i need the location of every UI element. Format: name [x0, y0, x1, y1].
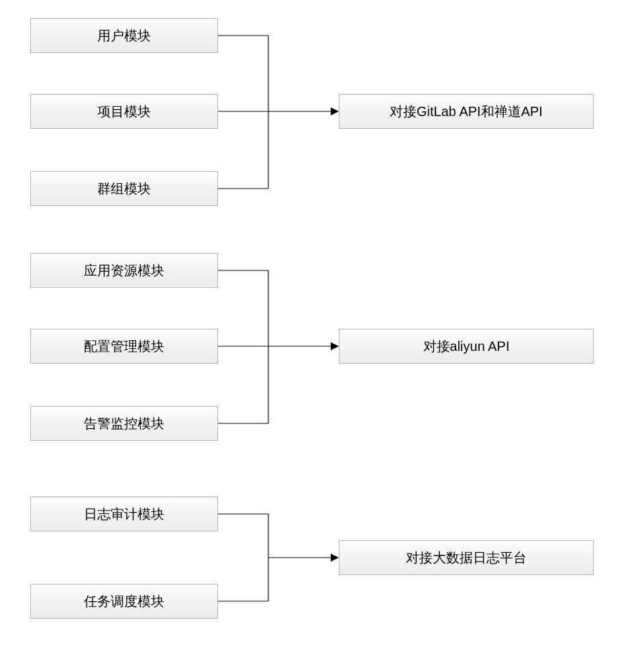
box-group-module: 群组模块: [30, 171, 218, 206]
box-bigdata-log-platform: 对接大数据日志平台: [339, 540, 594, 575]
label-bigdata-log-platform: 对接大数据日志平台: [406, 549, 527, 567]
label-gitlab-zendao-api: 对接GitLab API和禅道API: [390, 103, 543, 121]
svg-marker-16: [331, 554, 339, 562]
box-gitlab-zendao-api: 对接GitLab API和禅道API: [339, 94, 594, 129]
label-task-schedule-module: 任务调度模块: [84, 592, 164, 611]
box-task-schedule-module: 任务调度模块: [30, 584, 218, 619]
box-user-module: 用户模块: [30, 18, 218, 53]
box-alarm-monitor-module: 告警监控模块: [30, 406, 218, 441]
box-aliyun-api: 对接aliyun API: [339, 329, 594, 364]
label-config-management-module: 配置管理模块: [84, 338, 164, 356]
box-project-module: 项目模块: [30, 94, 218, 129]
label-aliyun-api: 对接aliyun API: [423, 338, 510, 356]
label-app-resource-module: 应用资源模块: [84, 262, 164, 280]
box-config-management-module: 配置管理模块: [30, 329, 218, 364]
label-user-module: 用户模块: [97, 27, 151, 45]
label-group-module: 群组模块: [97, 180, 151, 198]
label-project-module: 项目模块: [97, 103, 151, 121]
svg-marker-5: [331, 107, 339, 115]
label-log-audit-module: 日志审计模块: [84, 505, 164, 523]
svg-marker-11: [331, 342, 339, 350]
box-log-audit-module: 日志审计模块: [30, 497, 218, 531]
label-alarm-monitor-module: 告警监控模块: [84, 415, 164, 433]
box-app-resource-module: 应用资源模块: [30, 253, 218, 288]
